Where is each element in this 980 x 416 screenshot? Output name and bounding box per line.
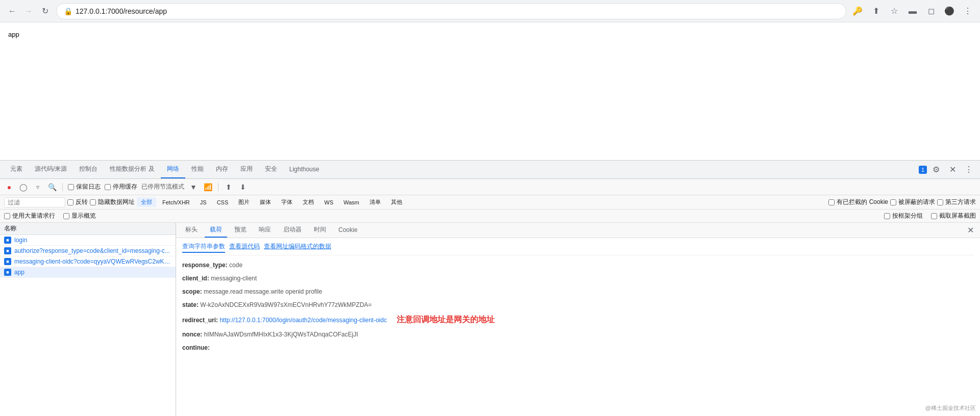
has-overrides-checkbox[interactable] bbox=[828, 199, 835, 205]
import-button[interactable]: ⬆ bbox=[224, 182, 234, 192]
list-item[interactable]: ■ app bbox=[0, 267, 176, 278]
profile-icon[interactable]: ⚫ bbox=[942, 4, 957, 18]
filter-css[interactable]: CSS bbox=[213, 198, 233, 206]
hide-data-urls-label[interactable]: 隐藏数据网址 bbox=[90, 198, 135, 206]
detail-tabs: 标头 载荷 预览 响应 启动器 时间 Cookie ✕ bbox=[176, 223, 980, 238]
search-button[interactable]: 🔍 bbox=[47, 182, 57, 192]
list-item[interactable]: ■ messaging-client-oidc?code=qyyaVQWEwRV… bbox=[0, 256, 176, 267]
export-button[interactable]: ⬇ bbox=[238, 182, 248, 192]
filter-js[interactable]: JS bbox=[196, 198, 211, 206]
group-by-frame-checkbox[interactable] bbox=[884, 213, 890, 219]
throttle-dropdown[interactable]: ▼ bbox=[188, 182, 199, 192]
page-title: app bbox=[8, 31, 972, 38]
filter-other[interactable]: 其他 bbox=[387, 197, 406, 207]
filter-ws[interactable]: WS bbox=[320, 198, 337, 206]
reload-button[interactable]: ↻ bbox=[38, 4, 52, 18]
param-value-0: code bbox=[229, 262, 242, 269]
filter-font[interactable]: 字体 bbox=[277, 197, 297, 207]
large-rows-checkbox[interactable] bbox=[4, 213, 10, 219]
payload-content: 查询字符串参数 查看源代码 查看网址编码格式的数据 response_type:… bbox=[176, 238, 980, 416]
param-value-5: hIMNwAJaWDsmfMHIxK1x3-3KjQWsTADnqaCOFacE… bbox=[204, 331, 358, 338]
capture-screenshot-label[interactable]: 截取屏幕截图 bbox=[931, 212, 976, 220]
sub-tab-source[interactable]: 查看源代码 bbox=[229, 242, 260, 253]
devtools-tab-application[interactable]: 应用 bbox=[234, 161, 259, 178]
sub-tab-url-encoded[interactable]: 查看网址编码格式的数据 bbox=[264, 242, 331, 253]
redirect-uri-link[interactable]: http://127.0.0.1:7000/login/oauth2/code/… bbox=[219, 317, 387, 324]
clear-button[interactable]: ◯ bbox=[18, 182, 29, 192]
comment-badge[interactable]: 1 bbox=[919, 166, 927, 174]
star-icon[interactable]: ☆ bbox=[887, 4, 901, 18]
filter-media[interactable]: 媒体 bbox=[256, 197, 275, 207]
filter-img[interactable]: 图片 bbox=[234, 197, 254, 207]
hide-data-urls-checkbox[interactable] bbox=[90, 199, 96, 205]
filter-button[interactable]: ▿ bbox=[33, 182, 43, 192]
detail-tab-headers[interactable]: 标头 bbox=[180, 223, 203, 238]
devtools-close-icon[interactable]: ✕ bbox=[945, 163, 960, 177]
param-key-2: scope: bbox=[182, 288, 202, 295]
request-icon-app: ■ bbox=[4, 269, 11, 276]
detail-tab-payload[interactable]: 载荷 bbox=[205, 223, 227, 238]
detail-tab-timing[interactable]: 时间 bbox=[309, 223, 331, 238]
comment-count: 1 bbox=[921, 167, 924, 173]
devtools-tab-perf[interactable]: 性能 bbox=[185, 161, 210, 178]
show-overview-label[interactable]: 显示概览 bbox=[63, 212, 96, 220]
devtools-settings-icon[interactable]: ⚙ bbox=[929, 163, 943, 177]
network-main: 名称 ■ login ■ authorize?response_type=cod… bbox=[0, 223, 980, 416]
record-button[interactable]: ● bbox=[4, 182, 14, 192]
third-party-label[interactable]: 第三方请求 bbox=[937, 198, 976, 206]
group-by-frame-label[interactable]: 按框架分组 bbox=[884, 212, 923, 220]
show-overview-checkbox[interactable] bbox=[63, 213, 69, 219]
param-state: state: W-k2oAxNDCEXxR9Va9W97sXmECVnHRvhY… bbox=[182, 300, 974, 309]
blocked-response-label[interactable]: 被屏蔽的请求 bbox=[890, 198, 935, 206]
devtools-tab-lighthouse[interactable]: Lighthouse bbox=[283, 162, 326, 178]
invert-label[interactable]: 反转 bbox=[67, 198, 88, 206]
capture-screenshot-checkbox[interactable] bbox=[931, 213, 937, 219]
nav-buttons: ← → ↻ bbox=[5, 4, 52, 18]
detail-tab-preview[interactable]: 预览 bbox=[229, 223, 252, 238]
list-item[interactable]: ■ authorize?response_type=code&client_id… bbox=[0, 246, 176, 256]
devtools-tab-security[interactable]: 安全 bbox=[259, 161, 283, 178]
extensions-icon[interactable]: ▬ bbox=[905, 4, 920, 18]
param-key-6: continue: bbox=[182, 344, 210, 351]
param-key-3: state: bbox=[182, 301, 199, 308]
blocked-response-checkbox[interactable] bbox=[890, 199, 896, 205]
key-icon[interactable]: 🔑 bbox=[850, 4, 865, 18]
detail-tab-response[interactable]: 响应 bbox=[254, 223, 276, 238]
list-item[interactable]: ■ login bbox=[0, 235, 176, 246]
window-icon[interactable]: ◻ bbox=[924, 4, 938, 18]
filter-all[interactable]: 全部 bbox=[137, 197, 156, 207]
preserve-log-checkbox[interactable] bbox=[68, 184, 74, 190]
menu-icon[interactable]: ⋮ bbox=[961, 4, 975, 18]
devtools-more-icon[interactable]: ⋮ bbox=[962, 163, 976, 177]
devtools-tab-performance[interactable]: 性能数据分析 及 bbox=[104, 161, 160, 178]
devtools-tab-sources[interactable]: 源代码/来源 bbox=[29, 161, 73, 178]
third-party-checkbox[interactable] bbox=[937, 199, 943, 205]
forward-button[interactable]: → bbox=[21, 4, 36, 18]
disable-cache-checkbox[interactable] bbox=[105, 184, 111, 190]
filter-doc[interactable]: 文档 bbox=[299, 197, 318, 207]
back-button[interactable]: ← bbox=[5, 4, 19, 18]
sub-tab-query-params[interactable]: 查询字符串参数 bbox=[182, 242, 225, 253]
show-overview-text: 显示概览 bbox=[71, 212, 96, 220]
devtools-tab-network[interactable]: 网络 bbox=[161, 161, 185, 178]
preserve-log-label[interactable]: 保留日志 bbox=[68, 183, 101, 191]
filter-wasm[interactable]: Wasm bbox=[339, 198, 363, 206]
filter-manifest[interactable]: 清单 bbox=[365, 197, 385, 207]
has-overrides-text: 有已拦截的 Cookie bbox=[837, 198, 888, 206]
invert-checkbox[interactable] bbox=[67, 199, 74, 205]
wifi-icon[interactable]: 📶 bbox=[203, 182, 213, 192]
devtools-tab-elements[interactable]: 元素 bbox=[4, 161, 29, 178]
address-bar[interactable]: 🔒 127.0.0.1:7000/resource/app bbox=[56, 3, 846, 19]
filter-input[interactable] bbox=[4, 197, 65, 207]
filter-fetch-xhr[interactable]: Fetch/XHR bbox=[158, 198, 194, 206]
detail-close-button[interactable]: ✕ bbox=[965, 224, 976, 236]
devtools-tab-memory[interactable]: 内存 bbox=[210, 161, 234, 178]
large-rows-label[interactable]: 使用大量请求行 bbox=[4, 212, 55, 220]
request-list-header-label: 名称 bbox=[4, 224, 16, 233]
has-overrides-label[interactable]: 有已拦截的 Cookie bbox=[828, 198, 888, 206]
disable-cache-label[interactable]: 停用缓存 bbox=[105, 183, 137, 191]
share-icon[interactable]: ⬆ bbox=[869, 4, 883, 18]
detail-tab-cookie[interactable]: Cookie bbox=[333, 224, 362, 237]
devtools-tab-console[interactable]: 控制台 bbox=[73, 161, 104, 178]
detail-tab-initiator[interactable]: 启动器 bbox=[278, 223, 307, 238]
